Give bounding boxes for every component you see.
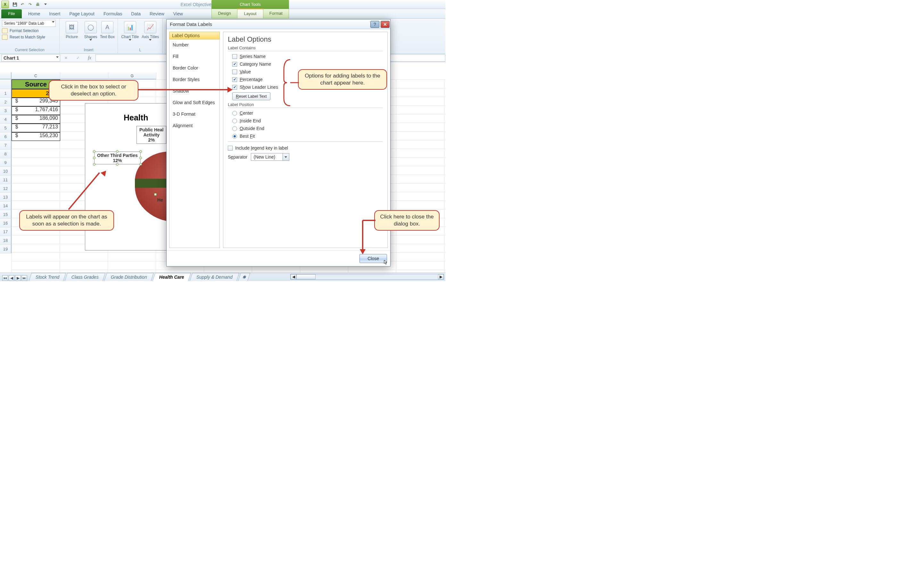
row-blank[interactable]	[0, 79, 12, 89]
row-2[interactable]: 2	[0, 98, 12, 106]
chart-tab-layout[interactable]: Layout	[237, 9, 263, 18]
radio-inside-end[interactable]: Inside End	[232, 118, 383, 124]
name-box[interactable]: Chart 1	[1, 54, 60, 61]
qat-print-icon[interactable]: 🖶	[34, 1, 41, 8]
chk-category-name[interactable]: ✔Category Name	[232, 61, 383, 67]
col-g[interactable]: G	[108, 72, 156, 79]
row-10[interactable]: 10	[0, 167, 12, 176]
h-scrollbar[interactable]: ◀ ▶	[290, 274, 444, 280]
row-17[interactable]: 17	[0, 227, 12, 236]
dialog-titlebar[interactable]: Format Data Labels ? ✕	[167, 20, 390, 29]
row-7[interactable]: 7	[0, 141, 12, 150]
row-15[interactable]: 15	[0, 210, 12, 219]
row-6[interactable]: 6	[0, 132, 12, 141]
row-3[interactable]: 3	[0, 106, 12, 115]
enter-icon[interactable]: ✓	[76, 56, 79, 60]
row-4[interactable]: 4	[0, 115, 12, 124]
nav-border-color[interactable]: Border Color	[170, 62, 219, 74]
sheet-tab-class-grades[interactable]: Class Grades	[65, 273, 106, 281]
row-11[interactable]: 11	[0, 176, 12, 184]
text-box-icon: A	[101, 21, 114, 33]
chart-handle[interactable]	[154, 193, 157, 196]
reset-label-text-button[interactable]: Reset Label Text	[232, 92, 271, 100]
axis-titles-button[interactable]: 📈 Axis Titles	[140, 20, 161, 45]
row-14[interactable]: 14	[0, 201, 12, 210]
row-18[interactable]: 18	[0, 236, 12, 245]
nav-glow[interactable]: Glow and Soft Edges	[170, 97, 219, 108]
radio-center[interactable]: Center	[232, 110, 383, 115]
chk-series-name[interactable]: Series Name	[232, 54, 383, 59]
excel-logo-icon[interactable]: X	[1, 1, 9, 8]
h-scroll-right-icon[interactable]: ▶	[438, 274, 444, 279]
separator-select[interactable]: (New Line)	[251, 153, 289, 161]
sheet-tab-stock-trend[interactable]: Stock Trend	[29, 273, 66, 281]
chart-element-selector[interactable]: Series "1969" Data Lab	[2, 20, 56, 27]
row-1[interactable]: 1	[0, 89, 12, 98]
dialog-close-button[interactable]: Close	[360, 254, 387, 263]
row-13[interactable]: 13	[0, 193, 12, 201]
row-5[interactable]: 5	[0, 124, 12, 132]
chk-include-legend-key[interactable]: Include legend key in label	[228, 145, 383, 151]
file-tab[interactable]: File	[1, 9, 22, 18]
radio-best-fit[interactable]: Best Fit	[232, 133, 383, 139]
tab-nav-first[interactable]: ⏮	[2, 275, 8, 281]
nav-label-options[interactable]: Label Options	[169, 32, 220, 40]
sheet-tab-new[interactable]: ✱	[238, 273, 250, 281]
tab-formulas[interactable]: Formulas	[99, 9, 127, 18]
pane-title: Label Options	[228, 35, 383, 44]
row-9[interactable]: 9	[0, 158, 12, 167]
row-16[interactable]: 16	[0, 219, 12, 227]
shapes-button[interactable]: ◯ Shapes	[82, 20, 99, 45]
row-19[interactable]: 19	[0, 245, 12, 254]
qat-redo-icon[interactable]: ↷	[26, 1, 34, 8]
row-12[interactable]: 12	[0, 184, 12, 193]
cancel-icon[interactable]: ✕	[64, 56, 68, 60]
text-box-button[interactable]: A Text Box	[99, 20, 116, 45]
cell-val-4: $1,767,416	[12, 106, 60, 115]
datalabel-other-third-parties[interactable]: Other Third Parties12%	[94, 152, 141, 164]
col-d[interactable]	[60, 72, 108, 79]
radio-outside-end[interactable]: Outside End	[232, 126, 383, 131]
nav-border-styles[interactable]: Border Styles	[170, 74, 219, 85]
tab-review[interactable]: Review	[145, 9, 169, 18]
chart-tools-tabs: Design Layout Format	[211, 9, 289, 18]
sheet-tab-supply-demand[interactable]: Supply & Demand	[190, 273, 239, 281]
dialog-close-x-button[interactable]: ✕	[381, 21, 389, 28]
format-selection-button[interactable]: Format Selection	[2, 28, 57, 33]
nav-alignment[interactable]: Alignment	[170, 120, 219, 131]
tab-nav-next[interactable]: ▶	[15, 275, 21, 281]
nav-fill[interactable]: Fill	[170, 51, 219, 62]
nav-number[interactable]: Number	[170, 39, 219, 51]
dialog-help-button[interactable]: ?	[370, 21, 380, 28]
callout-select-option: Click in the box to select or deselect a…	[49, 80, 139, 100]
col-c[interactable]: C	[12, 72, 60, 79]
h-scroll-thumb[interactable]	[296, 274, 315, 279]
datalabel-he[interactable]: He	[157, 197, 163, 203]
chart-title-button[interactable]: 📊 Chart Title	[120, 20, 140, 45]
nav-3d-format[interactable]: 3-D Format	[170, 108, 219, 120]
datalabel-public-health[interactable]: Public HealActivity2%	[137, 126, 166, 144]
picture-button[interactable]: 🖼 Picture	[61, 20, 82, 45]
tab-page-layout[interactable]: Page Layout	[65, 9, 99, 18]
sheet-tab-grade-distribution[interactable]: Grade Distribution	[104, 273, 154, 281]
chart-element-value: Series "1969" Data Lab	[4, 21, 44, 26]
chart-tab-design[interactable]: Design	[212, 9, 237, 18]
tab-insert[interactable]: Insert	[45, 9, 65, 18]
tab-home[interactable]: Home	[24, 9, 45, 18]
h-scroll-left-icon[interactable]: ◀	[290, 274, 296, 279]
select-all-corner[interactable]	[0, 72, 12, 79]
reset-match-style-button[interactable]: Reset to Match Style	[2, 35, 57, 40]
row-8[interactable]: 8	[0, 150, 12, 158]
fx-icon[interactable]: fx	[88, 55, 91, 61]
tab-data[interactable]: Data	[127, 9, 145, 18]
nav-shadow[interactable]: Shadow	[170, 85, 219, 97]
qat-undo-icon[interactable]: ↶	[19, 1, 26, 8]
tab-nav-last[interactable]: ⏭	[21, 275, 27, 281]
tab-view[interactable]: View	[169, 9, 187, 18]
chart-tab-format[interactable]: Format	[263, 9, 289, 18]
qat-customize-icon[interactable]	[42, 1, 49, 8]
qat-save-icon[interactable]: 💾	[11, 1, 18, 8]
format-data-labels-dialog: Format Data Labels ? ✕ Label Options Num…	[166, 19, 391, 267]
sheet-tab-health-care[interactable]: Health Care	[152, 273, 191, 281]
tab-nav-prev[interactable]: ◀	[9, 275, 15, 281]
